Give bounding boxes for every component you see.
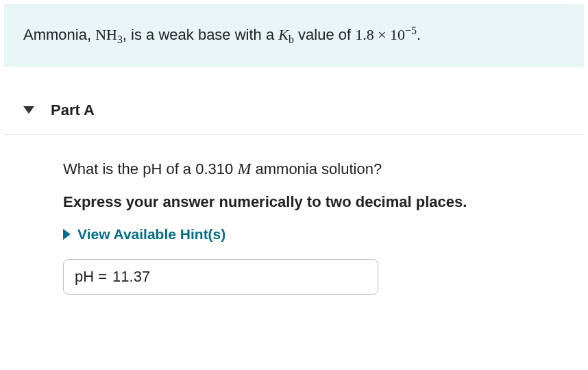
part-title: Part A: [51, 101, 95, 119]
molar-unit: M: [237, 160, 251, 177]
intro-text-tail: .: [417, 26, 421, 43]
formula-kb: Kb: [278, 26, 294, 43]
view-hints-button[interactable]: View Available Hint(s): [63, 226, 569, 243]
instruction-text: Express your answer numerically to two d…: [63, 193, 569, 211]
intro-text-mid2: value of: [294, 26, 355, 43]
intro-text-mid1: , is a weak base with a: [123, 26, 278, 43]
answer-input[interactable]: [112, 268, 367, 286]
problem-intro: Ammonia, NH3, is a weak base with a Kb v…: [4, 4, 584, 67]
answer-label: pH =: [75, 268, 107, 286]
intro-text-pre: Ammonia,: [23, 26, 95, 43]
formula-nh3: NH3: [95, 26, 123, 43]
part-a-body: What is the pH of a 0.310 M ammonia solu…: [0, 135, 588, 295]
chevron-right-icon: [63, 229, 71, 240]
hints-label: View Available Hint(s): [77, 226, 225, 243]
answer-field[interactable]: pH =: [63, 259, 378, 295]
chevron-down-icon: [23, 106, 34, 114]
question-text: What is the pH of a 0.310 M ammonia solu…: [63, 160, 569, 178]
answer-row: pH =: [63, 259, 569, 295]
kb-value: 1.8 × 10−5: [355, 26, 417, 43]
part-a-header[interactable]: Part A: [4, 86, 584, 135]
